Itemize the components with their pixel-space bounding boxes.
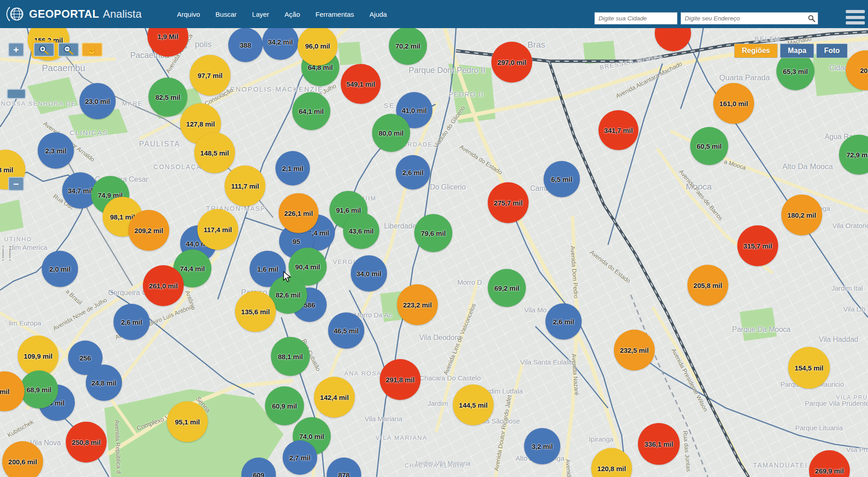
population-marker[interactable]: 2,7 mil <box>283 440 317 475</box>
population-marker[interactable]: 878 <box>327 458 361 477</box>
population-marker[interactable]: 2,6 mil <box>113 304 150 340</box>
population-marker[interactable]: 269,9 mil <box>809 450 850 477</box>
population-marker[interactable]: 250,8 mil <box>66 422 107 462</box>
population-marker[interactable]: 223,2 mil <box>397 284 438 325</box>
population-marker-value: 8 mil <box>0 166 13 174</box>
population-marker[interactable]: 2,6 mil <box>545 303 582 340</box>
population-marker[interactable]: 144,5 mil <box>453 385 494 425</box>
population-marker[interactable]: 154,5 mil <box>788 347 830 389</box>
population-marker[interactable]: 111,7 mil <box>225 165 265 206</box>
population-marker[interactable]: 142,4 mil <box>314 377 355 418</box>
population-marker[interactable]: 261,0 mil <box>143 265 184 306</box>
road-label: Viaduto do Glicerio <box>432 105 466 149</box>
population-marker[interactable]: 6,5 mil <box>544 161 580 197</box>
population-marker[interactable]: 60,5 mil <box>690 127 728 165</box>
population-marker[interactable]: 82,5 mil <box>148 78 187 117</box>
population-marker[interactable]: 180,2 mil <box>781 195 822 235</box>
population-marker[interactable]: 95,1 mil <box>167 401 208 442</box>
layer-button-regioes[interactable]: Regiões <box>734 44 778 58</box>
zoom-out-button[interactable]: − <box>8 177 24 191</box>
population-marker[interactable]: 68,9 mil <box>20 370 58 409</box>
population-marker[interactable]: 34,0 mil <box>351 255 387 292</box>
population-marker-value: 72,9 mil <box>846 151 868 159</box>
population-marker[interactable]: 2,0 mil <box>42 251 78 287</box>
population-marker-value: 60,5 mil <box>696 142 721 150</box>
district-label: Chacara Do Castelo <box>419 374 481 382</box>
menu-item-ferramentas[interactable]: Ferramentas <box>315 10 354 18</box>
population-marker[interactable]: 297,0 mil <box>491 42 532 83</box>
population-marker[interactable]: 226,1 mil <box>279 193 319 233</box>
population-marker[interactable]: 232,5 mil <box>614 330 655 370</box>
population-marker[interactable]: 209,2 mil <box>128 210 169 251</box>
menu-item-buscar[interactable]: Buscar <box>216 10 237 18</box>
population-marker[interactable]: 148,5 mil <box>194 132 235 173</box>
population-marker[interactable]: 80,0 mil <box>372 114 410 152</box>
magnifier-zoom-out-button[interactable] <box>58 43 79 57</box>
layer-button-foto[interactable]: Foto <box>816 44 848 58</box>
district-label: SE <box>384 102 395 109</box>
population-marker[interactable]: 97,7 mil <box>190 55 230 96</box>
population-marker[interactable]: 161,0 mil <box>713 83 754 124</box>
population-marker[interactable]: 3,2 mil <box>524 428 560 464</box>
population-marker[interactable]: 43,6 mil <box>343 213 379 249</box>
population-marker-value: 205,8 mil <box>693 282 722 289</box>
population-marker-value: 256 <box>79 354 91 362</box>
population-marker-value: 2,6 mil <box>553 318 574 326</box>
city-search-input[interactable] <box>595 13 682 24</box>
zoom-slider-fragment[interactable] <box>7 89 26 99</box>
hamburger-menu-icon[interactable] <box>846 9 865 25</box>
population-marker-value: 74,4 mil <box>180 265 205 273</box>
population-marker[interactable]: 209 <box>846 50 868 90</box>
population-marker[interactable]: 46,5 mil <box>328 312 364 349</box>
population-marker[interactable]: 609 <box>241 458 276 477</box>
population-marker[interactable]: 549,1 mil <box>341 64 381 104</box>
population-marker[interactable]: 34,2 mil <box>262 24 299 60</box>
population-marker[interactable]: 120,8 mil <box>591 448 632 477</box>
menu-item-acao[interactable]: Ação <box>284 10 300 18</box>
population-marker[interactable]: 60,9 mil <box>265 386 304 425</box>
population-marker[interactable]: 117,4 mil <box>197 209 238 250</box>
population-marker[interactable]: 79,6 mil <box>414 214 452 252</box>
population-marker[interactable]: 2,1 mil <box>275 151 310 185</box>
population-marker[interactable]: 341,7 mil <box>598 110 638 150</box>
population-marker[interactable]: 388 <box>228 28 263 62</box>
population-marker[interactable]: mil <box>0 371 25 411</box>
population-marker[interactable]: 23,0 mil <box>79 83 116 119</box>
population-marker[interactable]: 70,2 mil <box>389 27 427 65</box>
population-marker[interactable]: 275,7 mil <box>488 182 529 223</box>
menu-item-arquivo[interactable]: Arquivo <box>177 10 200 18</box>
population-marker[interactable]: 2,6 mil <box>396 155 430 190</box>
population-marker[interactable]: 135,6 mil <box>235 291 276 332</box>
menu-item-layer[interactable]: Layer <box>252 10 270 18</box>
search-icon[interactable] <box>808 15 815 22</box>
zoom-in-button[interactable]: + <box>8 43 24 57</box>
drag-handle-dots[interactable]: ⋮⋮⋮⋮⋮⋮ <box>0 247 13 259</box>
population-marker-value: 144,5 mil <box>459 401 487 409</box>
population-marker[interactable]: 96,0 mil <box>298 26 338 66</box>
magnifier-zoom-in-button[interactable] <box>34 43 54 57</box>
population-marker[interactable]: 315,7 mil <box>737 225 778 266</box>
population-marker[interactable]: 88,1 mil <box>271 337 310 376</box>
population-marker[interactable]: 2,3 mil <box>38 132 74 169</box>
population-marker[interactable]: 291,8 mil <box>380 359 421 400</box>
population-marker-value: 2,1 mil <box>282 165 304 172</box>
population-marker-value: 200,6 mil <box>8 458 37 466</box>
population-marker[interactable]: 64,1 mil <box>292 92 330 130</box>
address-search-input[interactable] <box>681 13 808 24</box>
district-label: Bras <box>527 40 545 50</box>
population-marker[interactable]: 24,8 mil <box>86 365 122 401</box>
menu-item-ajuda[interactable]: Ajuda <box>369 10 387 18</box>
district-label: Quarta Parada <box>719 73 770 83</box>
district-label: Vila Santa Eulalia <box>520 358 573 366</box>
population-marker[interactable]: 69,2 mil <box>488 269 526 307</box>
district-label: Vila Oratorio <box>832 222 868 229</box>
population-marker-value: 117,4 mil <box>204 226 232 234</box>
population-marker[interactable]: 205,8 mil <box>687 265 728 306</box>
pan-hand-button[interactable]: ☝ <box>82 43 103 57</box>
population-marker-value: 34,0 mil <box>356 270 381 277</box>
map-canvas[interactable]: PacaembuPacaembupolisENOPOLIS-MACKENZIEN… <box>0 0 868 477</box>
layer-button-mapa[interactable]: Mapa <box>780 44 814 58</box>
population-marker[interactable]: 336,1 mil <box>638 423 680 465</box>
road-label: Avenida República d <box>113 419 122 473</box>
population-marker-value: 109,9 mil <box>24 352 52 360</box>
